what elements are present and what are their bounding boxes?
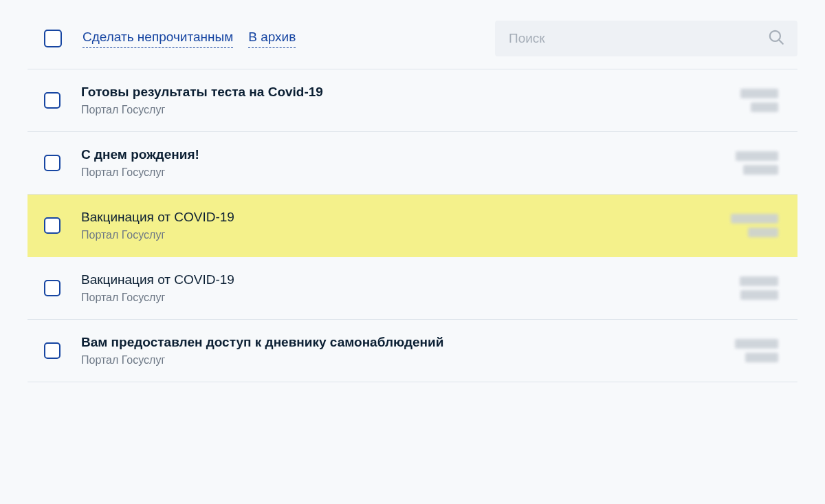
- message-checkbox[interactable]: [44, 155, 60, 171]
- toolbar: Сделать непрочитанным В архив: [28, 21, 798, 69]
- message-content: Вакцинация от COVID-19Портал Госуслуг: [81, 210, 716, 241]
- message-list: Готовы результаты теста на Covid-19Порта…: [28, 69, 798, 382]
- message-checkbox[interactable]: [44, 92, 60, 109]
- message-content: Вам предоставлен доступ к дневнику самон…: [81, 335, 716, 366]
- archive-button[interactable]: В архив: [248, 29, 296, 48]
- message-sender: Портал Госуслуг: [81, 229, 716, 241]
- message-content: Готовы результаты теста на Covid-19Порта…: [81, 85, 716, 116]
- message-meta: [716, 214, 778, 237]
- svg-line-1: [779, 40, 783, 44]
- message-row[interactable]: Вакцинация от COVID-19Портал Госуслуг: [28, 195, 798, 257]
- mark-unread-button[interactable]: Сделать непрочитанным: [82, 29, 233, 48]
- message-title: Вам предоставлен доступ к дневнику самон…: [81, 335, 716, 350]
- message-checkbox[interactable]: [44, 342, 60, 359]
- message-row[interactable]: Готовы результаты теста на Covid-19Порта…: [28, 69, 798, 132]
- redacted-time: [748, 228, 778, 237]
- redacted-date: [740, 89, 778, 98]
- message-content: Вакцинация от COVID-19Портал Госуслуг: [81, 272, 716, 304]
- message-checkbox[interactable]: [44, 280, 60, 296]
- redacted-time: [751, 102, 778, 112]
- message-content: С днем рождения!Портал Госуслуг: [81, 147, 716, 179]
- message-title: Готовы результаты теста на Covid-19: [81, 85, 716, 100]
- redacted-time: [745, 353, 778, 362]
- message-sender: Портал Госуслуг: [81, 166, 716, 179]
- message-title: Вакцинация от COVID-19: [81, 210, 716, 225]
- search-icon: [767, 28, 785, 49]
- message-sender: Портал Госуслуг: [81, 104, 716, 116]
- inbox-container: Сделать непрочитанным В архив Готовы рез…: [0, 0, 825, 382]
- message-title: Вакцинация от COVID-19: [81, 272, 716, 287]
- message-title: С днем рождения!: [81, 147, 716, 162]
- message-sender: Портал Госуслуг: [81, 354, 716, 366]
- redacted-date: [740, 276, 778, 286]
- redacted-time: [743, 165, 778, 175]
- select-all-checkbox[interactable]: [44, 30, 62, 47]
- message-checkbox[interactable]: [44, 217, 60, 234]
- redacted-date: [735, 339, 778, 349]
- search-box[interactable]: [495, 21, 798, 56]
- message-meta: [716, 339, 778, 362]
- message-row[interactable]: Вакцинация от COVID-19Портал Госуслуг: [28, 257, 798, 320]
- toolbar-actions: Сделать непрочитанным В архив: [82, 29, 296, 48]
- message-meta: [716, 151, 778, 175]
- redacted-time: [740, 290, 778, 300]
- message-meta: [716, 89, 778, 112]
- message-meta: [716, 276, 778, 300]
- redacted-date: [731, 214, 778, 223]
- message-sender: Портал Госуслуг: [81, 292, 716, 304]
- message-row[interactable]: Вам предоставлен доступ к дневнику самон…: [28, 320, 798, 382]
- search-input[interactable]: [507, 30, 767, 47]
- message-row[interactable]: С днем рождения!Портал Госуслуг: [28, 132, 798, 195]
- redacted-date: [736, 151, 778, 161]
